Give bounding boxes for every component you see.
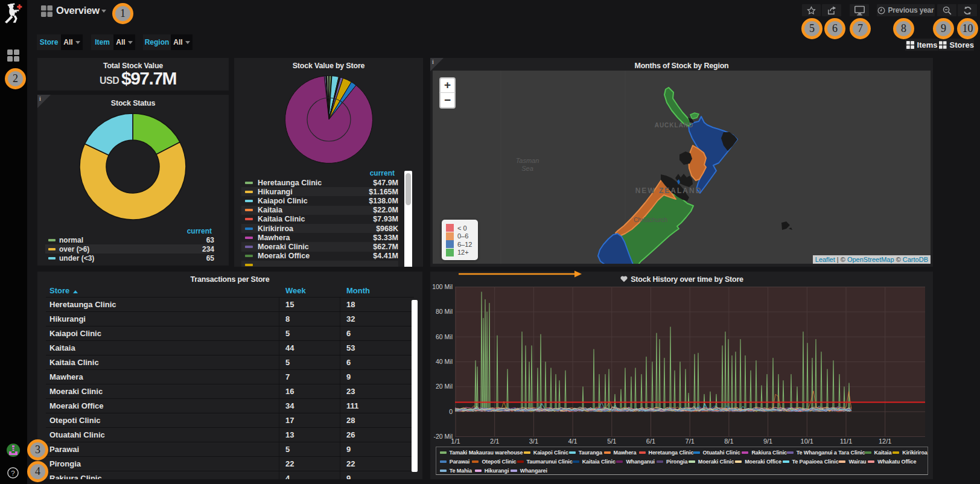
svg-text:1/1: 1/1 xyxy=(451,438,460,445)
svg-text:20 Mil: 20 Mil xyxy=(436,383,453,390)
svg-text:AUCKLAND: AUCKLAND xyxy=(655,122,694,129)
svg-text:2/1: 2/1 xyxy=(490,438,499,445)
svg-text:0: 0 xyxy=(449,408,453,415)
svg-text:60 Mil: 60 Mil xyxy=(436,333,453,340)
svg-text:Sea: Sea xyxy=(521,165,533,172)
svg-text:12/1: 12/1 xyxy=(879,438,891,445)
svg-text:80 Mil: 80 Mil xyxy=(436,308,453,315)
svg-text:-20 Mil: -20 Mil xyxy=(433,433,453,440)
svg-text:4/1: 4/1 xyxy=(568,438,577,445)
svg-text:10/1: 10/1 xyxy=(801,438,813,445)
svg-text:5/1: 5/1 xyxy=(607,438,616,445)
svg-text:7/1: 7/1 xyxy=(686,438,695,445)
svg-text:3/1: 3/1 xyxy=(529,438,538,445)
svg-text:NEW ZEALAND: NEW ZEALAND xyxy=(635,186,702,195)
svg-text:8/1: 8/1 xyxy=(724,438,733,445)
svg-text:6/1: 6/1 xyxy=(646,438,655,445)
svg-text:40 Mil: 40 Mil xyxy=(436,358,453,365)
svg-text:100 Mil: 100 Mil xyxy=(432,283,453,290)
svg-text:9/1: 9/1 xyxy=(763,438,772,445)
svg-text:?: ? xyxy=(11,470,14,477)
svg-text:Christchurch: Christchurch xyxy=(634,217,667,223)
svg-text:Tasman: Tasman xyxy=(516,157,539,164)
svg-text:11/1: 11/1 xyxy=(840,438,853,445)
